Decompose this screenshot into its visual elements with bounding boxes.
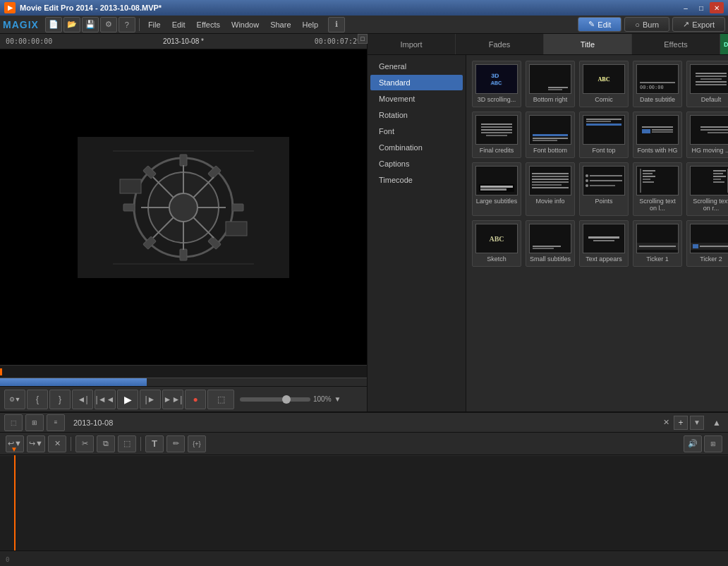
record-btn[interactable]: ● — [185, 390, 206, 409]
template-default[interactable]: Default — [686, 61, 728, 107]
timeline-add-btn[interactable]: + — [674, 416, 688, 430]
template-font-bottom[interactable]: Font bottom — [526, 112, 575, 158]
playhead[interactable] — [14, 455, 16, 550]
template-movie-info[interactable]: Movie info — [526, 162, 575, 217]
preview-timeline[interactable] — [0, 365, 367, 378]
sidebar-item-font[interactable]: Font — [370, 124, 463, 139]
template-label-fonts-hg: Fonts with HG — [637, 147, 677, 155]
sidebar-item-movement[interactable]: Movement — [370, 91, 463, 107]
action-buttons: ✎ Edit ○ Burn ↗ Export — [578, 17, 725, 32]
template-label-scrolling-l: Scrolling text on l... — [636, 198, 679, 213]
capture-btn[interactable]: ⬚ — [207, 390, 234, 409]
zoom-dropdown[interactable]: ▼ — [334, 395, 341, 403]
template-font-top[interactable]: Font top — [579, 112, 629, 158]
svg-rect-24 — [226, 222, 247, 236]
prev-marker-btn[interactable]: ◄| — [72, 390, 93, 409]
template-comic[interactable]: ABC Comic — [579, 61, 629, 107]
template-large-subtitles[interactable]: Large subtitles — [472, 162, 521, 217]
template-fonts-hg[interactable]: Fonts with HG — [633, 112, 682, 158]
paste-btn[interactable]: ⬚ — [118, 435, 136, 452]
timeline-close-btn[interactable]: ✕ — [660, 417, 672, 428]
save-file-btn[interactable]: 💾 — [82, 17, 99, 32]
info-btn[interactable]: ℹ — [328, 17, 345, 32]
view-btn-3[interactable]: ≡ — [47, 414, 65, 431]
draw-btn[interactable]: ✏ — [166, 435, 185, 452]
template-final-credits[interactable]: Final credits — [472, 112, 521, 158]
minimize-button[interactable]: – — [679, 2, 693, 13]
project-name: 2013-10-08 * — [163, 37, 204, 45]
group-btn[interactable]: {+} — [188, 435, 206, 452]
sidebar-item-captions[interactable]: Captions — [370, 156, 463, 171]
end-btn[interactable]: ►►| — [162, 390, 183, 409]
preview-panel: □ 00:00:00:00 2013-10-08 * 00:00:07:29 — [0, 34, 368, 411]
copy-btn[interactable]: ⧉ — [97, 435, 115, 452]
zoom-handle[interactable] — [282, 395, 291, 404]
edit-button[interactable]: ✎ Edit — [578, 17, 621, 32]
sidebar-item-timecode[interactable]: Timecode — [370, 172, 463, 188]
template-label-sketch: Sketch — [487, 255, 506, 263]
maximize-button[interactable]: □ — [694, 2, 708, 13]
template-scrolling-text-l[interactable]: Scrolling text on l... — [633, 162, 682, 217]
template-text-appears[interactable]: Text appears — [579, 220, 629, 267]
sidebar-item-general[interactable]: General — [370, 59, 463, 74]
tab-import[interactable]: Import — [368, 34, 456, 54]
settings-small-btn[interactable]: ⚙▼ — [4, 390, 25, 409]
tab-fades[interactable]: Fades — [456, 34, 544, 54]
template-date-subtitle[interactable]: 00:00:00 Date subtitle — [633, 61, 682, 107]
fullscreen-btn[interactable]: ⊞ — [704, 435, 722, 452]
template-small-subtitles[interactable]: Small subtitles — [526, 220, 575, 267]
mark-out-btn[interactable]: } — [49, 390, 71, 409]
text-btn[interactable]: T — [145, 435, 164, 452]
delete-btn[interactable]: ✕ — [48, 435, 66, 452]
panel-tabs: Import Fades Title Effects DOH — [368, 34, 728, 55]
panel-expand-btn[interactable]: □ — [358, 34, 368, 44]
sidebar-item-standard[interactable]: Standard — [370, 75, 463, 90]
tab-title[interactable]: Title — [544, 34, 632, 54]
timeline-expand-btn[interactable]: ▲ — [710, 416, 724, 430]
menu-help[interactable]: Help — [297, 17, 324, 32]
menu-file[interactable]: File — [142, 17, 166, 32]
window-title: Movie Edit Pro 2014 - 2013-10-08.MVP* — [20, 4, 162, 12]
burn-button[interactable]: ○ Burn — [624, 17, 669, 32]
template-bottom-right[interactable]: Bottom right — [526, 61, 575, 107]
template-thumb-bottom-right — [529, 64, 571, 94]
template-points[interactable]: Points — [579, 162, 629, 217]
open-file-btn[interactable]: 📂 — [63, 17, 80, 32]
template-hg-moving[interactable]: HG moving ... — [686, 112, 728, 158]
volume-btn[interactable]: 🔊 — [684, 435, 702, 452]
sidebar-item-combination[interactable]: Combination — [370, 140, 463, 155]
new-file-btn[interactable]: 📄 — [45, 17, 62, 32]
timeline-content[interactable] — [0, 455, 728, 550]
burn-label: Burn — [643, 20, 659, 29]
tab-effects[interactable]: Effects — [632, 34, 720, 54]
zoom-slider[interactable] — [240, 397, 310, 402]
menu-effects[interactable]: Effects — [191, 17, 226, 32]
menu-separator-1 — [139, 18, 140, 31]
view-btn-1[interactable]: ⬚ — [4, 414, 23, 431]
cut-btn[interactable]: ✂ — [75, 435, 94, 452]
export-button[interactable]: ↗ Export — [672, 17, 725, 32]
redo-btn[interactable]: ↪▼ — [27, 435, 45, 452]
template-sketch[interactable]: ABC Sketch — [472, 220, 521, 267]
close-button[interactable]: ✕ — [710, 2, 724, 13]
play-btn[interactable]: ▶ — [117, 390, 138, 409]
template-3d-scrolling[interactable]: 3DABC 3D scrolling... — [472, 61, 521, 107]
menu-edit[interactable]: Edit — [166, 17, 191, 32]
sidebar-item-rotation[interactable]: Rotation — [370, 107, 463, 123]
template-thumb-3d: 3DABC — [475, 64, 518, 94]
video-frame — [78, 109, 289, 306]
help-btn[interactable]: ? — [119, 17, 135, 32]
next-marker-btn[interactable]: |► — [140, 390, 161, 409]
template-ticker-1[interactable]: Ticker 1 — [633, 220, 682, 267]
menu-share[interactable]: Share — [265, 17, 296, 32]
view-btn-2[interactable]: ⊞ — [25, 414, 44, 431]
timeline-menu-btn[interactable]: ▼ — [690, 416, 704, 430]
scrubber-bar[interactable] — [0, 378, 367, 386]
settings-btn[interactable]: ⚙ — [100, 17, 117, 32]
template-ticker-2[interactable]: Ticker 2 — [686, 220, 728, 267]
menu-window[interactable]: Window — [226, 17, 265, 32]
template-scrolling-text-r[interactable]: Scrolling text on r... — [686, 162, 728, 217]
start-btn[interactable]: |◄◄ — [95, 390, 116, 409]
template-thumb-large-subtitles — [475, 166, 518, 195]
mark-in-btn[interactable]: { — [27, 390, 48, 409]
